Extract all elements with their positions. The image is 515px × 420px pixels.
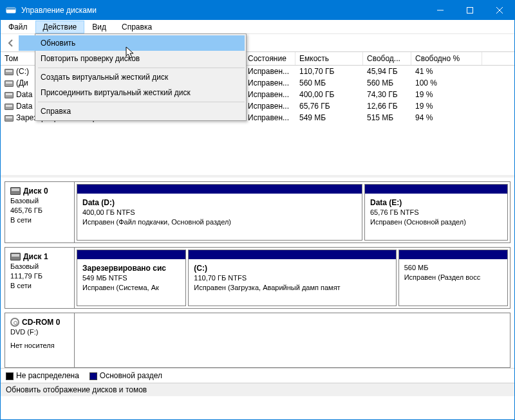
partition-title: Data (E:) <box>370 197 502 208</box>
cdrom-title: CD-ROM 0 <box>22 317 60 327</box>
partition-title: (C:) <box>194 263 390 273</box>
menu-bar: Файл Действие Вид Справка <box>1 20 514 34</box>
dd-attach-vhd[interactable]: Присоединить виртуальный жесткий диск <box>19 85 245 100</box>
title-bar: Управление дисками <box>1 1 514 20</box>
partition-bar <box>77 250 185 259</box>
dd-create-vhd[interactable]: Создать виртуальный жесткий диск <box>19 69 245 85</box>
legend-primary: Основной раздел <box>89 371 162 380</box>
disk-0-row: Диск 0 Базовый 465,76 ГБ В сети Data (D:… <box>5 181 510 243</box>
partition-fs: 560 МБ <box>404 263 502 273</box>
partition-status: Исправен (Файл подкачки, Основной раздел… <box>82 217 357 227</box>
window-title: Управление дисками <box>21 6 97 15</box>
maximize-button[interactable] <box>455 1 485 20</box>
menu-view[interactable]: Вид <box>84 21 114 33</box>
disk-1-row: Диск 1 Базовый 111,79 ГБ В сети Зарезерв… <box>5 247 510 309</box>
partition-fs: 65,76 ГБ NTFS <box>370 208 502 217</box>
partition-d[interactable]: Data (D:) 400,00 ГБ NTFS Исправен (Файл … <box>77 184 362 241</box>
partition-reserved[interactable]: Зарезервировано сис 549 МБ NTFS Исправен… <box>77 250 186 306</box>
col-capacity[interactable]: Емкость <box>295 52 363 65</box>
disk-0-status: В сети <box>10 215 69 225</box>
cdrom-status: Нет носителя <box>10 341 69 351</box>
close-button[interactable] <box>485 1 514 20</box>
menu-action[interactable]: Действие <box>35 21 85 33</box>
col-free-pct[interactable]: Свободно % <box>411 52 482 65</box>
dd-separator <box>38 68 245 68</box>
menu-help[interactable]: Справка <box>114 21 160 33</box>
partition-fs: 110,70 ГБ NTFS <box>194 273 390 283</box>
disk-0-size: 465,76 ГБ <box>10 206 69 215</box>
cdrom-type: DVD (F:) <box>10 327 69 337</box>
partition-title: Зарезервировано сис <box>82 263 180 273</box>
dd-separator <box>38 102 245 102</box>
partition-title: Data (D:) <box>82 197 357 208</box>
disk-1-info[interactable]: Диск 1 Базовый 111,79 ГБ В сети <box>5 248 75 308</box>
partition-status: Исправен (Раздел восс <box>404 273 502 282</box>
disk-0-info[interactable]: Диск 0 Базовый 465,76 ГБ В сети <box>5 182 75 242</box>
partition-fs: 400,00 ГБ NTFS <box>82 208 357 217</box>
partition-bar <box>365 185 507 194</box>
legend-unallocated: Не распределена <box>6 371 79 380</box>
partition-recovery[interactable]: 560 МБ Исправен (Раздел восс <box>398 250 508 306</box>
disk-icon <box>10 187 21 195</box>
disk-1-size: 111,79 ГБ <box>10 271 69 281</box>
disk-1-title: Диск 1 <box>23 251 48 262</box>
dd-help[interactable]: Справка <box>19 104 245 119</box>
partition-e[interactable]: Data (E:) 65,76 ГБ NTFS Исправен (Основн… <box>364 184 508 241</box>
cd-icon <box>10 318 19 327</box>
dd-rescan[interactable]: Повторить проверку дисков <box>19 51 245 66</box>
swatch-black <box>6 372 14 380</box>
minimize-button[interactable] <box>426 1 455 20</box>
back-button[interactable] <box>5 37 17 50</box>
disk-0-title: Диск 0 <box>23 186 48 196</box>
status-bar: Обновить отображение дисков и томов <box>1 383 514 396</box>
svg-rect-3 <box>467 8 473 14</box>
partition-fs: 549 МБ NTFS <box>82 273 180 283</box>
partition-status: Исправен (Загрузка, Аварийный дамп памят <box>194 283 390 293</box>
disk-1-status: В сети <box>10 281 69 291</box>
partition-c[interactable]: (C:) 110,70 ГБ NTFS Исправен (Загрузка, … <box>188 250 396 306</box>
partition-status: Исправен (Основной раздел) <box>370 217 502 227</box>
action-dropdown: Обновить Повторить проверку дисков Созда… <box>35 33 247 121</box>
col-status[interactable]: Состояние <box>244 52 295 65</box>
legend: Не распределена Основной раздел <box>1 368 514 383</box>
disk-0-type: Базовый <box>10 196 69 206</box>
col-free[interactable]: Свобод... <box>363 52 411 65</box>
cdrom-row: CD-ROM 0 DVD (F:) Нет носителя <box>5 313 510 368</box>
svg-rect-1 <box>6 8 15 10</box>
partition-bar <box>189 250 395 259</box>
disk-1-type: Базовый <box>10 262 69 271</box>
partition-bar <box>399 250 507 259</box>
menu-file[interactable]: Файл <box>1 21 35 33</box>
partition-status: Исправен (Система, Ак <box>82 283 180 293</box>
dd-refresh[interactable]: Обновить <box>19 35 245 51</box>
partition-bar <box>77 185 362 194</box>
app-icon <box>6 5 16 15</box>
swatch-navy <box>89 372 97 380</box>
disk-icon <box>10 253 21 260</box>
cdrom-info[interactable]: CD-ROM 0 DVD (F:) Нет носителя <box>5 313 75 367</box>
